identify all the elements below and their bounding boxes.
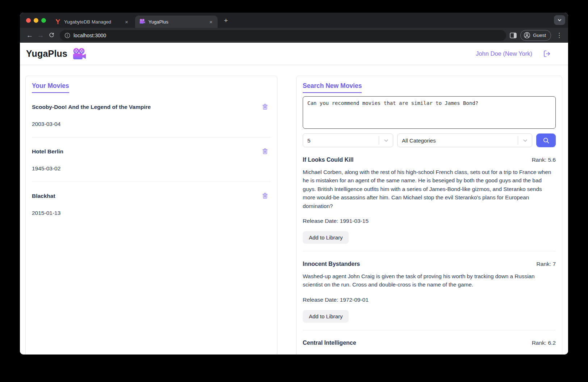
zoom-window-button[interactable]: [41, 18, 46, 23]
movie-title: Scooby-Doo! And the Legend of the Vampir…: [32, 103, 151, 110]
add-to-library-button[interactable]: Add to Library: [303, 310, 349, 323]
your-movies-panel: Your Movies Scooby-Doo! And the Legend o…: [25, 76, 277, 355]
app-title: YugaPlus: [26, 48, 67, 59]
category-select[interactable]: All Categories: [397, 133, 532, 147]
close-tab-icon[interactable]: ×: [123, 18, 130, 25]
movie-title: Blackhat: [32, 192, 55, 199]
add-to-library-button[interactable]: Add to Library: [303, 231, 349, 244]
tab-yugabytedb-managed[interactable]: YugabyteDB Managed ×: [51, 16, 133, 28]
result-title: If Looks Could Kill: [303, 157, 353, 163]
list-item: Scooby-Doo! And the Legend of the Vampir…: [32, 93, 271, 137]
reload-button[interactable]: [46, 30, 57, 41]
tab-title: YugabyteDB Managed: [64, 19, 120, 25]
close-window-button[interactable]: [26, 18, 31, 23]
tab-yugaplus[interactable]: YugaPlus ×: [135, 16, 218, 28]
movie-release-date: 1945-03-02: [32, 165, 271, 172]
list-item: Hotel Berlin 1945-03-02: [32, 137, 271, 182]
search-icon: [542, 137, 550, 144]
tab-title: YugaPlus: [148, 19, 205, 25]
search-result: Central Intelligence Rank: 6.2: [303, 330, 556, 346]
window-controls: [26, 18, 46, 23]
result-title: Central Intelligence: [303, 340, 356, 346]
result-count-select[interactable]: 5: [303, 133, 393, 147]
search-heading: Search New Movies: [303, 82, 362, 93]
user-profile-link[interactable]: John Doe (New York): [476, 50, 532, 57]
back-button[interactable]: ←: [24, 30, 35, 41]
list-item: Blackhat 2015-01-13: [32, 182, 271, 226]
delete-movie-button[interactable]: [261, 103, 269, 110]
app-header: YugaPlus John Doe (New York): [20, 43, 568, 65]
guest-label: Guest: [533, 33, 546, 38]
result-title: Innocent Bystanders: [303, 261, 360, 267]
search-query-input[interactable]: [303, 96, 556, 129]
browser-menu-button[interactable]: ⋮: [555, 31, 564, 39]
result-rank: Rank: 6.2: [532, 340, 556, 346]
forward-button[interactable]: →: [35, 30, 46, 41]
site-info-icon[interactable]: [64, 33, 70, 38]
movie-release-date: 2003-03-04: [32, 121, 271, 127]
movie-release-date: 2015-01-13: [32, 210, 271, 216]
delete-movie-button[interactable]: [261, 148, 269, 155]
result-description: Michael Corben, along with the rest of h…: [303, 168, 556, 210]
browser-toolbar: ← → localhost:3000: [20, 28, 568, 43]
chevron-down-icon: [518, 137, 532, 144]
page-content: YugaPlus John Doe (New York): [20, 43, 568, 355]
movie-title: Hotel Berlin: [32, 148, 63, 155]
profile-button[interactable]: Guest: [520, 30, 551, 41]
yugabytedb-icon: [55, 19, 61, 25]
movie-camera-logo-icon: [72, 48, 86, 60]
url-text: localhost:3000: [74, 33, 106, 38]
delete-movie-button[interactable]: [261, 192, 269, 199]
main-content: Your Movies Scooby-Doo! And the Legend o…: [20, 65, 568, 355]
result-release-date: Release Date: 1991-03-15: [303, 218, 556, 224]
logout-icon[interactable]: [543, 50, 551, 58]
selected-count: 5: [303, 137, 379, 144]
result-rank: Rank: 5.6: [532, 157, 556, 163]
chevron-down-icon: [379, 137, 393, 144]
guest-avatar-icon: [524, 32, 530, 39]
search-button[interactable]: [536, 133, 556, 147]
minimize-window-button[interactable]: [34, 18, 38, 23]
new-tab-button[interactable]: +: [221, 16, 231, 25]
browser-window: YugabyteDB Managed × YugaPlus × +: [20, 13, 568, 355]
movie-camera-icon: [139, 19, 145, 25]
search-result: Innocent Bystanders Rank: 7 Washed-up ag…: [303, 251, 556, 330]
search-result: If Looks Could Kill Rank: 5.6 Michael Co…: [303, 147, 556, 251]
result-rank: Rank: 7: [537, 261, 556, 267]
chevron-down-icon: [557, 17, 562, 23]
result-description: Washed-up agent John Craig is given the …: [303, 272, 556, 289]
selected-category: All Categories: [398, 137, 518, 144]
toolbar-actions: Guest ⋮: [510, 30, 564, 41]
tab-search-button[interactable]: [554, 15, 565, 25]
side-panel-icon[interactable]: [510, 33, 517, 38]
result-release-date: Release Date: 1972-09-01: [303, 297, 556, 303]
close-tab-icon[interactable]: ×: [208, 18, 214, 25]
address-bar[interactable]: localhost:3000: [60, 30, 506, 41]
search-panel: Search New Movies 5 All Categories: [296, 76, 562, 355]
browser-tab-strip: YugabyteDB Managed × YugaPlus × +: [20, 13, 568, 28]
your-movies-heading: Your Movies: [32, 82, 69, 93]
search-controls: 5 All Categories: [303, 133, 556, 147]
